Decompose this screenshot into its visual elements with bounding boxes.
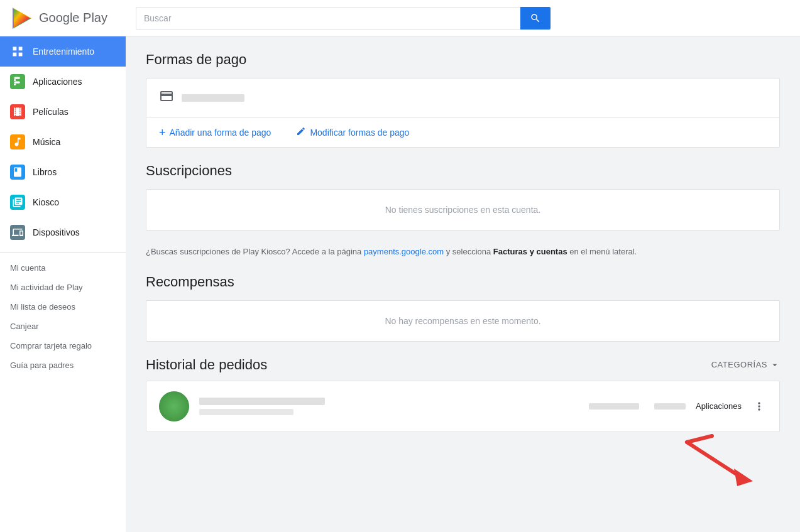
sidebar-item-entretenimiento[interactable]: Entretenimiento (0, 36, 126, 67)
categories-button[interactable]: CATEGORÍAS (711, 360, 780, 370)
svg-rect-1 (13, 47, 17, 51)
order-details (199, 398, 579, 415)
payment-section-title: Formas de pago (146, 52, 780, 68)
sidebar: Entretenimiento Aplicaciones Películas M… (0, 36, 126, 532)
logo-text: Google Play (39, 11, 107, 25)
sidebar-link-comprar-tarjeta[interactable]: Comprar tarjeta regalo (0, 336, 126, 356)
payment-method-row (146, 79, 779, 117)
svg-rect-4 (19, 53, 23, 57)
layout: Entretenimiento Aplicaciones Películas M… (0, 36, 800, 532)
sidebar-item-aplicaciones[interactable]: Aplicaciones (0, 67, 126, 97)
order-more-button[interactable] (752, 399, 767, 414)
books-icon (10, 165, 25, 180)
order-category: Aplicaciones (696, 401, 742, 411)
devices-icon (10, 225, 25, 240)
payment-actions-row: + Añadir una forma de pago Modificar for… (146, 117, 779, 147)
sidebar-divider (0, 252, 126, 253)
order-price-blurred (654, 403, 686, 410)
payment-info-blurred (182, 94, 244, 102)
subscriptions-card: No tienes suscripciones en esta cuenta. (146, 189, 780, 231)
payment-card: + Añadir una forma de pago Modificar for… (146, 78, 780, 148)
kiosk-icon (10, 195, 25, 210)
payments-google-link[interactable]: payments.google.com (364, 247, 444, 256)
entertainment-icon (10, 44, 25, 59)
movies-icon (10, 104, 25, 119)
more-vert-icon (753, 400, 765, 413)
rewards-section: Recompensas No hay recompensas en este m… (146, 274, 780, 342)
order-subtitle-blurred (199, 409, 293, 415)
order-history-title: Historial de pedidos (146, 357, 267, 373)
order-history-header: Historial de pedidos CATEGORÍAS (146, 357, 780, 373)
apps-icon (10, 74, 25, 89)
main-content: Formas de pago + Añadir una forma de pag… (126, 36, 800, 532)
modify-payment-link[interactable]: Modificar formas de pago (296, 126, 409, 138)
chevron-down-icon (770, 360, 780, 370)
sidebar-libros-label: Libros (33, 167, 57, 177)
edit-icon (296, 126, 306, 138)
google-play-logo-icon (10, 6, 34, 30)
order-title-blurred (199, 398, 325, 405)
sidebar-aplicaciones-label: Aplicaciones (33, 77, 82, 87)
search-icon (530, 13, 541, 24)
header: Google Play (0, 0, 800, 36)
credit-card-icon (159, 89, 174, 107)
sidebar-kiosco-label: Kiosco (33, 197, 59, 207)
sidebar-item-dispositivos[interactable]: Dispositivos (0, 217, 126, 247)
sidebar-link-mi-lista[interactable]: Mi lista de deseos (0, 297, 126, 317)
sidebar-link-canjear[interactable]: Canjear (0, 317, 126, 336)
sidebar-item-musica[interactable]: Música (0, 127, 126, 157)
svg-rect-3 (13, 53, 17, 57)
payment-section: Formas de pago + Añadir una forma de pag… (146, 52, 780, 148)
sidebar-entretenimiento-label: Entretenimiento (33, 46, 94, 57)
sidebar-link-mi-actividad[interactable]: Mi actividad de Play (0, 278, 126, 297)
logo-area: Google Play (10, 6, 136, 30)
order-avatar-image (159, 391, 189, 421)
subscriptions-section: Suscripciones No tienes suscripciones en… (146, 163, 780, 259)
add-payment-link[interactable]: + Añadir una forma de pago (159, 127, 271, 138)
rewards-section-title: Recompensas (146, 274, 780, 290)
svg-rect-2 (19, 47, 23, 51)
order-meta (589, 403, 686, 410)
order-history-section: Historial de pedidos CATEGORÍAS (146, 357, 780, 432)
order-date-blurred (589, 403, 639, 410)
search-input[interactable] (136, 7, 520, 30)
rewards-card: No hay recompensas en este momento. (146, 300, 780, 342)
order-history-card: Aplicaciones (146, 381, 780, 432)
music-icon (10, 134, 25, 149)
subscription-info-text: ¿Buscas suscripciones de Play Kiosco? Ac… (146, 246, 780, 259)
search-area (136, 7, 551, 30)
order-row: Aplicaciones (146, 381, 779, 432)
sidebar-item-kiosco[interactable]: Kiosco (0, 187, 126, 217)
sidebar-peliculas-label: Películas (33, 107, 68, 117)
sidebar-links-section: Mi cuenta Mi actividad de Play Mi lista … (0, 258, 126, 375)
sidebar-nav-section: Entretenimiento Aplicaciones Películas M… (0, 36, 126, 247)
subscriptions-section-title: Suscripciones (146, 163, 780, 179)
sidebar-link-mi-cuenta[interactable]: Mi cuenta (0, 258, 126, 278)
sidebar-item-peliculas[interactable]: Películas (0, 97, 126, 127)
sidebar-musica-label: Música (33, 137, 60, 147)
rewards-empty-state: No hay recompensas en este momento. (146, 301, 779, 341)
sidebar-link-guia-padres[interactable]: Guía para padres (0, 356, 126, 375)
add-icon: + (159, 127, 166, 138)
sidebar-dispositivos-label: Dispositivos (33, 227, 80, 237)
sidebar-item-libros[interactable]: Libros (0, 157, 126, 187)
subscriptions-empty-state: No tienes suscripciones en esta cuenta. (146, 190, 779, 230)
search-button[interactable] (520, 7, 551, 30)
order-app-avatar (159, 391, 189, 421)
